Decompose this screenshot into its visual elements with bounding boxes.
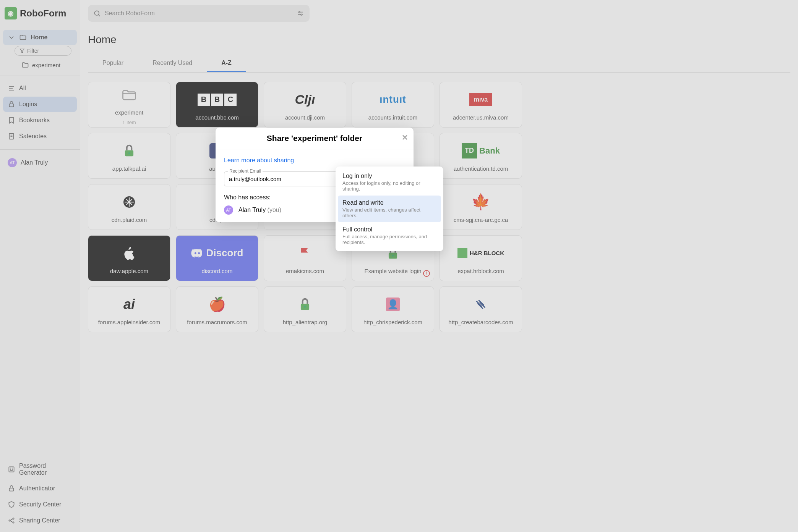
permission-option-read-write[interactable]: Read and write View and edit items, chan… bbox=[338, 196, 441, 222]
option-title: Read and write bbox=[342, 199, 436, 206]
permission-dropdown: Log in only Access for logins only, no e… bbox=[336, 167, 443, 251]
learn-more-link[interactable]: Learn more about sharing bbox=[224, 157, 294, 163]
modal-title: Share 'experiment' folder bbox=[267, 134, 362, 143]
option-title: Log in only bbox=[342, 173, 436, 179]
email-field-label: Recipient Email bbox=[228, 168, 263, 174]
option-desc: Full access, manage permissions, and rec… bbox=[342, 234, 436, 245]
option-desc: View and edit items, changes affect othe… bbox=[342, 207, 436, 218]
access-user-you: (you) bbox=[268, 207, 281, 213]
close-icon[interactable]: ✕ bbox=[402, 133, 408, 142]
permission-option-full-control[interactable]: Full control Full access, manage permiss… bbox=[338, 222, 441, 249]
option-title: Full control bbox=[342, 226, 436, 233]
access-user-name: Alan Truly bbox=[238, 207, 266, 213]
access-user-avatar: AT bbox=[224, 205, 233, 215]
modal-overlay[interactable] bbox=[0, 0, 798, 532]
permission-option-login-only[interactable]: Log in only Access for logins only, no e… bbox=[338, 169, 441, 196]
option-desc: Access for logins only, no editing or sh… bbox=[342, 180, 436, 192]
